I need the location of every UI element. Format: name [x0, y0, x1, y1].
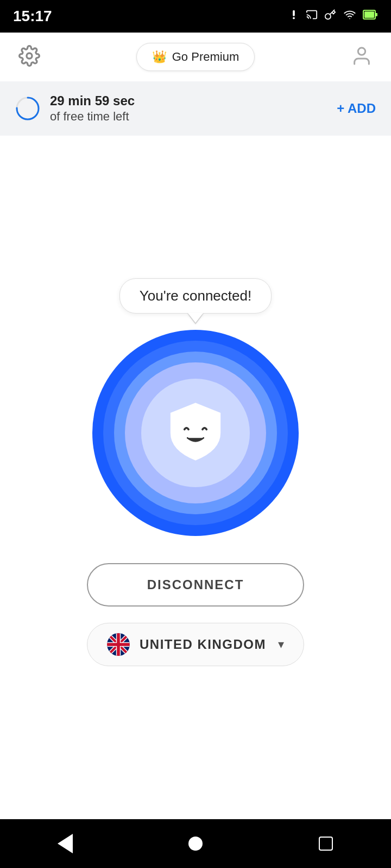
home-icon: [188, 837, 203, 851]
svg-rect-1: [293, 17, 295, 20]
crown-icon: 👑: [152, 50, 167, 64]
wifi-icon: [342, 9, 357, 24]
key-icon: [324, 9, 337, 24]
vpn-circle[interactable]: [92, 330, 299, 536]
cast-icon: [305, 9, 318, 24]
country-label: UNITED KINGDOM: [140, 637, 266, 652]
connected-message: You're connected!: [119, 278, 272, 314]
recents-button[interactable]: [304, 822, 348, 865]
main-content: You're connected! DISCONNECT: [0, 136, 391, 819]
top-nav: 👑 Go Premium: [0, 33, 391, 81]
connected-speech-bubble: You're connected!: [119, 278, 272, 314]
svg-point-7: [358, 48, 365, 55]
svg-rect-20: [107, 643, 130, 646]
free-time-main: 29 min 59 sec: [50, 93, 135, 108]
battery-icon: [363, 9, 378, 24]
free-time-text: 29 min 59 sec of free time left: [50, 93, 135, 124]
svg-rect-0: [293, 10, 295, 16]
home-button[interactable]: [174, 822, 217, 865]
shield-face-icon: [163, 400, 228, 465]
back-icon: [58, 834, 73, 853]
svg-rect-4: [375, 13, 377, 16]
status-bar: 15:17: [0, 0, 391, 33]
disconnect-label: DISCONNECT: [147, 577, 244, 592]
add-time-button[interactable]: + ADD: [337, 101, 376, 116]
timer-icon: [15, 96, 40, 121]
recents-icon: [319, 837, 333, 851]
status-time: 15:17: [13, 8, 52, 25]
go-premium-button[interactable]: 👑 Go Premium: [136, 43, 255, 71]
disconnect-button[interactable]: DISCONNECT: [87, 563, 304, 607]
alert-icon: [288, 9, 300, 24]
free-time-banner: 29 min 59 sec of free time left + ADD: [0, 81, 391, 136]
settings-button[interactable]: [15, 43, 43, 71]
premium-label: Go Premium: [172, 50, 239, 64]
back-button[interactable]: [43, 822, 87, 865]
free-time-left: 29 min 59 sec of free time left: [15, 93, 135, 124]
circle-center: [141, 379, 250, 487]
svg-rect-5: [364, 11, 374, 18]
profile-button[interactable]: [348, 43, 376, 71]
country-selector-button[interactable]: UNITED KINGDOM ▾: [87, 623, 304, 666]
free-time-sub: of free time left: [50, 110, 135, 124]
uk-flag-icon: [107, 633, 130, 656]
status-icons: [288, 9, 378, 24]
chevron-down-icon: ▾: [278, 637, 284, 652]
bottom-nav: [0, 819, 391, 868]
svg-point-6: [27, 53, 32, 59]
